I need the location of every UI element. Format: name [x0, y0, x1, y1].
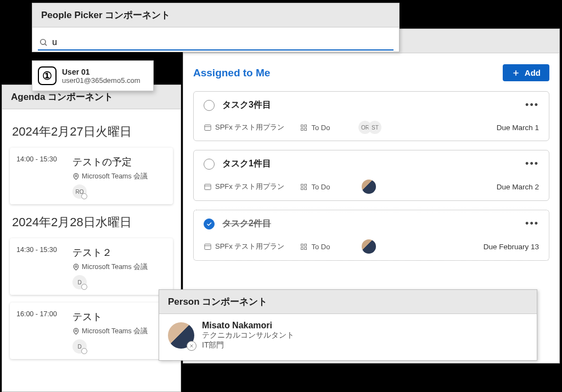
suggestion-name: User 01 [62, 68, 140, 76]
svg-rect-6 [301, 128, 304, 130]
svg-point-1 [75, 266, 77, 267]
task-title: タスク1件目 [222, 158, 271, 170]
check-icon [206, 221, 212, 227]
event-location: Microsoft Teams 会議 [72, 327, 148, 336]
task-bucket: To Do [300, 124, 330, 132]
svg-rect-5 [305, 125, 307, 127]
task-card[interactable]: タスク1件目 ••• SPFx テスト用プラン To Do Due March … [193, 150, 549, 201]
bucket-icon [300, 183, 308, 191]
task-more-button[interactable]: ••• [525, 158, 539, 170]
attendee-avatar: RO [72, 184, 87, 199]
people-picker-panel: People Picker コンポーネント [32, 3, 400, 52]
add-task-button[interactable]: Add [503, 64, 549, 81]
svg-rect-12 [305, 187, 307, 189]
bucket-icon [300, 243, 308, 251]
person-dept: IT部門 [202, 340, 294, 350]
person-role: テクニカルコンサルタント [202, 331, 294, 340]
event-time: 14:30 - 15:30 [16, 246, 64, 289]
person-panel: Person コンポーネント Misato Nakamori テクニカルコンサル… [159, 289, 537, 361]
svg-rect-8 [205, 184, 211, 189]
suggestion-avatar: ① [38, 66, 57, 85]
svg-rect-15 [305, 244, 307, 246]
planner-heading[interactable]: Assigned to Me [193, 67, 270, 79]
people-picker-header: People Picker コンポーネント [32, 3, 399, 27]
task-card[interactable]: タスク2件目 ••• SPFx テスト用プラン To Do Due Februa… [193, 210, 549, 261]
task-more-button[interactable]: ••• [525, 99, 539, 111]
task-plan: SPFx テスト用プラン [204, 242, 284, 251]
person-header: Person コンポーネント [159, 290, 537, 314]
svg-rect-11 [301, 187, 304, 189]
search-icon [39, 38, 48, 47]
task-due: Due March 2 [497, 183, 539, 191]
agenda-date: 2024年2月28日水曜日 [12, 214, 173, 231]
suggestion-email: user01@365demo5.com [62, 76, 140, 85]
svg-rect-4 [301, 125, 304, 127]
task-plan: SPFx テスト用プラン [204, 122, 284, 132]
agenda-panel: Agenda コンポーネント 2024年2月27日火曜日 14:00 - 15:… [2, 85, 181, 392]
task-title: タスク3件目 [222, 99, 271, 111]
task-bucket: To Do [300, 183, 330, 191]
location-icon [72, 264, 80, 271]
assignee-avatar [362, 239, 376, 254]
presence-offline-icon [189, 343, 194, 349]
task-plan: SPFx テスト用プラン [204, 182, 284, 192]
event-title: テスト２ [72, 246, 148, 259]
presence-badge [187, 341, 196, 351]
attendee-avatar: D [72, 339, 87, 354]
agenda-date: 2024年2月27日火曜日 [12, 124, 173, 140]
event-location: Microsoft Teams 会議 [72, 172, 148, 181]
agenda-event[interactable]: 16:00 - 17:00 テスト Microsoft Teams 会議 D [10, 303, 173, 359]
attendee-avatar: D [72, 275, 87, 289]
search-input[interactable] [52, 37, 392, 47]
agenda-body: 2024年2月27日火曜日 14:00 - 15:30 テストの予定 Micro… [2, 109, 181, 371]
svg-rect-7 [305, 128, 307, 130]
svg-rect-17 [305, 247, 307, 249]
person-name: Misato Nakamori [202, 321, 294, 331]
svg-point-18 [41, 40, 46, 44]
svg-rect-13 [205, 244, 211, 249]
plan-icon [204, 183, 212, 191]
search-field[interactable] [38, 35, 394, 51]
event-time: 16:00 - 17:00 [16, 310, 64, 354]
svg-rect-10 [305, 184, 307, 186]
svg-rect-14 [301, 244, 304, 246]
assignee-avatar: ST [368, 121, 381, 134]
people-picker-dropdown: ① User 01 user01@365demo5.com [32, 60, 154, 91]
svg-point-2 [75, 330, 77, 332]
task-due: Due March 1 [497, 124, 539, 132]
task-bucket: To Do [300, 243, 330, 251]
task-complete-toggle[interactable] [204, 100, 215, 111]
people-suggestion[interactable]: ① User 01 user01@365demo5.com [36, 64, 150, 87]
svg-rect-16 [301, 247, 304, 249]
plus-icon [512, 69, 520, 77]
task-card[interactable]: タスク3件目 ••• SPFx テスト用プラン To Do OR ST Due … [193, 91, 549, 141]
svg-rect-9 [301, 184, 304, 186]
task-complete-toggle[interactable] [204, 159, 215, 170]
event-location: Microsoft Teams 会議 [72, 262, 148, 272]
svg-point-0 [75, 175, 77, 177]
event-time: 14:00 - 15:30 [16, 155, 64, 199]
task-due: Due February 13 [484, 243, 539, 251]
task-assignees: OR ST [362, 121, 381, 134]
location-icon [72, 328, 80, 335]
assignee-avatar [362, 180, 376, 194]
svg-rect-3 [205, 125, 211, 130]
agenda-event[interactable]: 14:30 - 15:30 テスト２ Microsoft Teams 会議 D [10, 238, 173, 295]
person-avatar [168, 322, 194, 349]
task-complete-toggle[interactable] [204, 219, 215, 229]
plan-icon [204, 243, 212, 251]
task-title: タスク2件目 [222, 218, 271, 229]
location-icon [72, 173, 80, 180]
plan-icon [204, 124, 212, 132]
event-title: テストの予定 [72, 155, 148, 169]
agenda-event[interactable]: 14:00 - 15:30 テストの予定 Microsoft Teams 会議 … [10, 148, 173, 204]
event-title: テスト [72, 310, 148, 323]
task-more-button[interactable]: ••• [525, 218, 539, 229]
bucket-icon [300, 124, 308, 132]
